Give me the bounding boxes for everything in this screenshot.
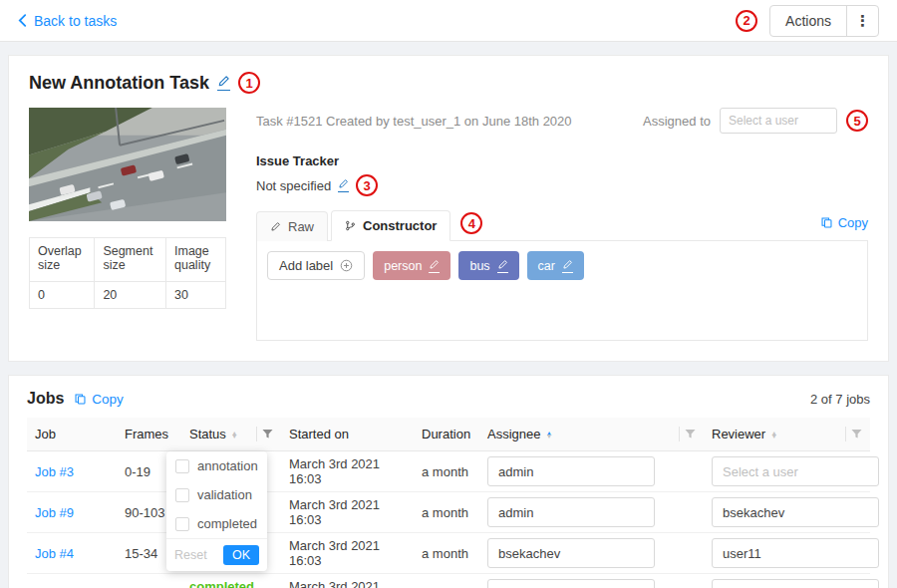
edit-label-icon[interactable]: [497, 259, 508, 273]
assignee-filter-icon[interactable]: [685, 429, 696, 440]
constructor-icon: [345, 220, 356, 231]
filter-ok-button[interactable]: OK: [223, 545, 259, 565]
marker-2: 2: [736, 10, 757, 32]
marker-3: 3: [356, 174, 378, 196]
back-to-tasks-link[interactable]: Back to tasks: [18, 13, 117, 29]
param-value-overlap: 0: [30, 282, 95, 309]
reviewer-select[interactable]: [712, 497, 879, 527]
filter-option-annotation[interactable]: annotation: [166, 451, 267, 480]
add-label-button[interactable]: Add label: [267, 251, 365, 280]
plus-circle-icon: [340, 259, 353, 272]
tab-constructor[interactable]: Constructor: [331, 210, 450, 241]
duration-cell: a month: [414, 533, 479, 574]
column-header-assignee[interactable]: Assignee: [479, 418, 704, 451]
jobs-table: Job Frames Status Started on Duration As…: [27, 418, 870, 588]
filter-option-validation[interactable]: validation: [166, 480, 267, 509]
assignee-select[interactable]: [487, 538, 655, 568]
status-completed-label: completed: [189, 579, 254, 588]
column-header-job: Job: [27, 418, 117, 451]
param-value-quality: 30: [166, 282, 226, 309]
issue-tracker-label: Issue Tracker: [256, 153, 868, 168]
copy-jobs-button[interactable]: Copy: [74, 392, 124, 407]
task-details-card: New Annotation Task 1: [8, 55, 889, 362]
table-row: Job #8 75-94 completed March 3rd 2021 16…: [27, 574, 870, 588]
sort-icons: [770, 432, 777, 437]
jobs-title: Jobs: [27, 390, 64, 408]
table-row: Job #9 90-103 March 3rd 2021 16:03 a mon…: [27, 492, 870, 533]
marker-1: 1: [238, 72, 260, 94]
reviewer-select[interactable]: [712, 456, 879, 486]
status-filter-dropdown: annotation validation completed Reset OK: [166, 451, 267, 571]
edit-issue-tracker-button[interactable]: [338, 178, 349, 192]
copy-labels-button[interactable]: Copy: [820, 215, 868, 236]
task-preview-image: [29, 108, 226, 221]
jobs-card: Jobs Copy 2 of 7 jobs Job Frames Status: [8, 375, 889, 588]
param-header-overlap: Overlap size: [30, 238, 95, 282]
frames-cell: 75-94: [117, 574, 181, 588]
reviewer-filter-icon[interactable]: [851, 429, 862, 440]
label-tag-person[interactable]: person: [373, 251, 450, 280]
label-constructor-panel: Add label person bus car: [256, 241, 868, 341]
duration-cell: a month: [414, 574, 479, 588]
edit-task-name-button[interactable]: [217, 75, 230, 91]
label-tag-car[interactable]: car: [527, 251, 584, 280]
param-header-quality: Image quality: [166, 238, 226, 282]
edit-label-icon[interactable]: [429, 259, 440, 273]
top-navigation-bar: Back to tasks 2 Actions: [0, 0, 897, 42]
column-header-started: Started on: [281, 418, 414, 451]
filter-reset-button[interactable]: Reset: [174, 548, 207, 562]
more-icon: [855, 12, 870, 30]
copy-icon: [74, 393, 87, 406]
param-value-segment: 20: [95, 282, 166, 309]
job-link[interactable]: Job #3: [35, 464, 74, 479]
task-parameters-table: Overlap size Segment size Image quality …: [29, 237, 226, 309]
reviewer-select[interactable]: [712, 579, 879, 588]
column-header-duration: Duration: [414, 418, 479, 451]
job-link[interactable]: Job #4: [35, 546, 74, 561]
filter-option-completed[interactable]: completed: [166, 509, 267, 538]
label-tag-bus[interactable]: bus: [458, 251, 518, 280]
assignee-select[interactable]: [487, 497, 655, 527]
column-header-status[interactable]: Status: [181, 418, 281, 451]
reviewer-select[interactable]: [712, 538, 879, 568]
more-actions-button[interactable]: [846, 6, 878, 36]
labels-tabs: Raw Constructor 4 Copy: [256, 210, 868, 241]
copy-icon: [820, 216, 833, 229]
issue-tracker-value: Not specified: [256, 178, 331, 193]
checkbox-icon[interactable]: [175, 488, 189, 502]
marker-5: 5: [846, 110, 868, 132]
param-header-segment: Segment size: [95, 238, 166, 282]
actions-button[interactable]: Actions: [770, 6, 846, 36]
started-cell: March 3rd 2021 16:03: [281, 492, 414, 533]
status-filter-icon[interactable]: [262, 429, 273, 440]
sort-icons: [545, 432, 552, 437]
column-header-reviewer[interactable]: Reviewer: [704, 418, 870, 451]
pencil-icon: [270, 221, 281, 232]
duration-cell: a month: [414, 492, 479, 533]
actions-button-group: Actions: [769, 5, 879, 37]
started-cell: March 3rd 2021 16:03: [281, 451, 414, 492]
tab-raw[interactable]: Raw: [256, 211, 328, 241]
status-cell: completed: [181, 574, 281, 588]
back-chevron-icon: [18, 14, 27, 27]
table-row: Job #3 0-19 March 3rd 2021 16:03 a month: [27, 451, 870, 492]
column-header-frames: Frames: [117, 418, 181, 451]
task-title: New Annotation Task: [29, 73, 209, 94]
sort-icons: [231, 432, 238, 437]
task-assignee-select[interactable]: [720, 108, 837, 134]
table-row: Job #4 15-34 March 3rd 2021 16:03 a mont…: [27, 533, 870, 574]
assignee-select[interactable]: [487, 456, 655, 486]
duration-cell: a month: [414, 451, 479, 492]
back-to-tasks-label: Back to tasks: [34, 13, 117, 29]
task-meta-text: Task #1521 Created by test_user_1 on Jun…: [256, 114, 572, 129]
jobs-count: 2 of 7 jobs: [810, 392, 870, 407]
started-cell: March 3rd 2021 16:03: [281, 574, 414, 588]
started-cell: March 3rd 2021 16:03: [281, 533, 414, 574]
edit-label-icon[interactable]: [562, 259, 573, 273]
checkbox-icon[interactable]: [175, 459, 189, 473]
marker-4: 4: [460, 212, 482, 234]
assigned-to-label: Assigned to: [643, 114, 711, 129]
checkbox-icon[interactable]: [175, 517, 189, 531]
assignee-select[interactable]: [487, 579, 655, 588]
job-link[interactable]: Job #9: [35, 505, 74, 520]
